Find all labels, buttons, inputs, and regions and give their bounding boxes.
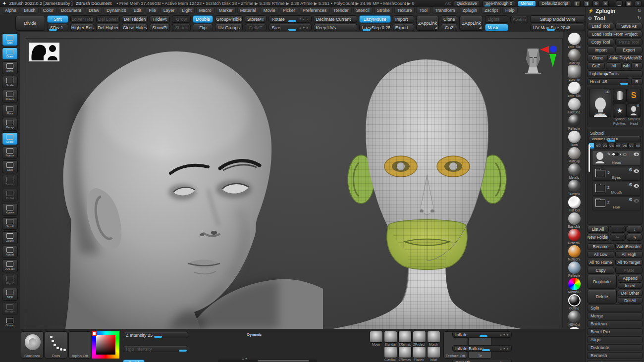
polypaint-toggle[interactable] bbox=[612, 153, 619, 156]
material-item[interactable]: BumpVi bbox=[564, 180, 584, 196]
subtool-tab[interactable]: V3 bbox=[602, 143, 608, 149]
menu-item[interactable]: Alpha bbox=[2, 7, 19, 14]
divide-button[interactable]: Divide bbox=[15, 16, 45, 31]
material-item[interactable]: Reflecte bbox=[564, 114, 584, 131]
brush-quick-item[interactable]: Flatten bbox=[413, 346, 426, 362]
subtool-tab[interactable]: V2 bbox=[595, 143, 601, 149]
tool-header[interactable]: ⚙ Tool ↻ bbox=[587, 14, 643, 22]
copy-subtool-button[interactable]: Copy bbox=[587, 267, 614, 274]
export-button[interactable]: Export bbox=[393, 24, 414, 31]
left-toolbar-item[interactable]: Rotate bbox=[2, 90, 18, 103]
lights-button[interactable]: Lights bbox=[485, 15, 508, 23]
del-lower-button[interactable]: Del Lower bbox=[96, 15, 120, 23]
duplicate-button[interactable]: Duplicate bbox=[587, 275, 617, 289]
material-sphere-icon[interactable] bbox=[568, 294, 581, 307]
slider-handle[interactable] bbox=[480, 335, 487, 337]
menu-item[interactable]: Zscript bbox=[482, 7, 501, 14]
load-tool-button[interactable]: Load Tool bbox=[587, 23, 614, 30]
sv-square[interactable] bbox=[96, 335, 115, 355]
collapsed-section-header[interactable]: Boolean bbox=[587, 320, 643, 327]
material-sphere-icon[interactable] bbox=[568, 261, 581, 274]
delmt-button[interactable]: DelMT bbox=[245, 24, 267, 31]
axis-gizmo[interactable] bbox=[539, 45, 561, 68]
material-item[interactable]: Flat Col bbox=[564, 196, 584, 212]
rgb-intensity-slider[interactable]: Rgb Intensity bbox=[123, 346, 188, 352]
slider-handle[interactable] bbox=[484, 5, 490, 6]
subtool-tab[interactable]: V8 bbox=[635, 143, 641, 149]
menu-item[interactable]: Stencil bbox=[353, 7, 373, 14]
copy-tool-button[interactable]: Copy Tool bbox=[587, 39, 614, 46]
slider-handle[interactable] bbox=[288, 29, 296, 31]
material-sphere-icon[interactable] bbox=[568, 49, 581, 61]
paste-tool-button[interactable]: Paste Tool bbox=[615, 39, 643, 46]
zadd-toggle[interactable]: Zadd bbox=[123, 360, 145, 362]
scrollbar-handle[interactable] bbox=[258, 360, 309, 362]
left-toolbar-item[interactable]: Scale bbox=[2, 76, 18, 89]
slider-handle[interactable] bbox=[363, 29, 371, 31]
slider-handle[interactable] bbox=[482, 349, 490, 351]
left-toolbar-item[interactable]: Frame bbox=[2, 147, 18, 159]
color-picker[interactable] bbox=[92, 331, 119, 359]
uv-icon[interactable]: ◐ bbox=[620, 152, 622, 156]
menus-toggle[interactable]: Menus bbox=[518, 0, 537, 7]
menu-item[interactable]: Material bbox=[237, 7, 259, 14]
left-toolbar-item[interactable]: AAHalf bbox=[2, 259, 18, 272]
head-r-button[interactable]: R bbox=[631, 78, 643, 85]
append-button[interactable]: Append bbox=[618, 275, 643, 281]
project-section-header[interactable]: Project bbox=[587, 360, 643, 362]
goz-tool-button[interactable]: GoZ bbox=[587, 62, 605, 69]
brush-quick-item[interactable]: ClayBuil bbox=[384, 346, 397, 362]
gear-icon[interactable]: ⚙ bbox=[629, 182, 633, 187]
collapsed-section-header[interactable]: Bevel Pro bbox=[587, 328, 643, 335]
shrink-button[interactable]: Shrink bbox=[172, 24, 191, 31]
import-tool-button[interactable]: Import bbox=[587, 47, 614, 53]
slider-handle[interactable] bbox=[288, 20, 296, 22]
size-slider[interactable]: Size≡ ▾ z bbox=[268, 24, 311, 31]
material-sphere-icon[interactable] bbox=[568, 245, 581, 258]
rotate-slider[interactable]: Rotate≡ ▾ z bbox=[268, 15, 311, 23]
zapplink-button-2[interactable]: ZAppLink bbox=[459, 16, 483, 31]
brush-quick-item[interactable]: Standar bbox=[384, 331, 397, 346]
del-higher-button[interactable]: Del Higher bbox=[96, 24, 120, 31]
material-sphere-icon[interactable] bbox=[568, 229, 581, 241]
material-sphere-icon[interactable] bbox=[568, 33, 581, 45]
reset-icon[interactable]: ↻ bbox=[638, 8, 642, 13]
rename-button[interactable]: Rename bbox=[587, 243, 614, 250]
left-toolbar-item[interactable]: BPR bbox=[2, 288, 18, 301]
all-to-home-button[interactable]: All To Home bbox=[587, 259, 614, 266]
left-toolbar-item[interactable]: Zoom bbox=[2, 231, 18, 244]
subtool-tab[interactable]: V6 bbox=[622, 143, 628, 149]
left-toolbar-item[interactable]: Floor bbox=[2, 104, 18, 117]
slider-handle[interactable] bbox=[179, 350, 187, 352]
material-item[interactable]: ReflectR bbox=[564, 229, 584, 245]
sdiv-slider[interactable]: SDiv 1 bbox=[47, 24, 68, 31]
menu-item[interactable]: Macro bbox=[196, 7, 215, 14]
left-toolbar-item[interactable]: Scroll bbox=[2, 217, 18, 230]
del-all-button[interactable]: Del All bbox=[618, 297, 643, 304]
paste-subtool-button[interactable]: Paste bbox=[615, 267, 643, 274]
subtool-tab[interactable]: V7 bbox=[628, 143, 634, 149]
inflate-slider[interactable]: Inflate≡ ▾ z bbox=[452, 331, 512, 338]
list-all-button[interactable]: List All bbox=[587, 226, 609, 233]
left-toolbar-item[interactable]: Xpose bbox=[2, 203, 18, 216]
menu-item[interactable]: Preferences bbox=[300, 7, 330, 14]
material-item[interactable]: zbro_Ski bbox=[564, 33, 584, 49]
left-toolbar-item[interactable]: Transp bbox=[2, 175, 18, 188]
material-item[interactable]: Reflecte bbox=[564, 261, 584, 278]
brush-quick-item[interactable]: ZRemes bbox=[398, 346, 411, 362]
make-polymesh3d-button[interactable]: Make PolyMesh3D bbox=[609, 54, 643, 61]
clone-button[interactable]: Clone bbox=[441, 15, 458, 23]
double-toggle[interactable]: Double bbox=[193, 15, 213, 23]
subtool-row-head[interactable]: ✎◐▭ Head bbox=[592, 150, 641, 166]
left-toolbar-item[interactable]: Actual bbox=[2, 246, 18, 259]
toggle-left-icon[interactable]: ◧ bbox=[574, 0, 581, 7]
material-item[interactable]: Outline bbox=[564, 294, 584, 310]
material-sphere-icon[interactable] bbox=[568, 131, 581, 143]
menu-item[interactable]: Texture bbox=[394, 7, 415, 14]
groupvisible-button[interactable]: GroupVisible bbox=[215, 15, 243, 23]
subtool-scrollbar[interactable] bbox=[589, 144, 590, 172]
left-toolbar-item[interactable]: Pt Sel bbox=[2, 189, 18, 202]
tool-thumb-polymesh-star[interactable]: ★ bbox=[613, 103, 627, 117]
menu-item[interactable]: Light bbox=[179, 7, 195, 14]
toggle-right-icon[interactable]: ◨ bbox=[583, 0, 590, 7]
